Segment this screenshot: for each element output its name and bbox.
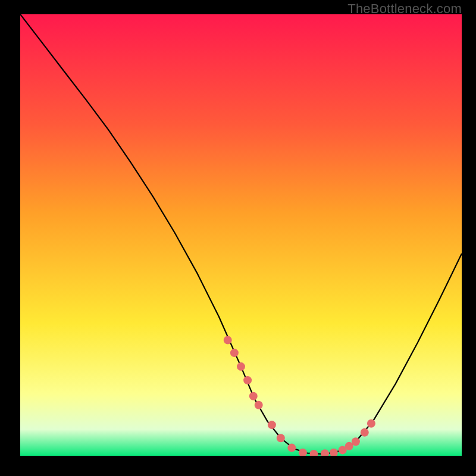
marker-dot — [237, 362, 245, 371]
marker-dot — [277, 434, 285, 442]
marker-dot — [287, 444, 296, 452]
chart-svg — [20, 14, 462, 456]
gradient-background — [20, 14, 462, 456]
marker-dot — [243, 376, 252, 384]
marker-dot — [352, 437, 360, 446]
marker-dot — [268, 421, 276, 429]
marker-dot — [367, 419, 375, 428]
marker-dot — [249, 392, 258, 400]
plot-area — [20, 14, 462, 456]
marker-dot — [255, 401, 263, 409]
marker-dot — [361, 428, 369, 437]
marker-dot — [224, 336, 232, 345]
chart-frame: TheBottleneck.com — [0, 0, 476, 476]
marker-dot — [230, 349, 239, 357]
